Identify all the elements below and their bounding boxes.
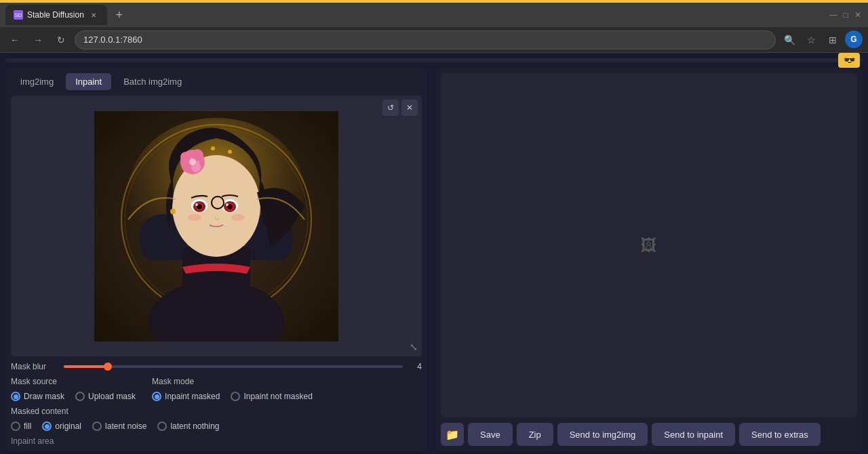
inpaint-not-masked-label: Inpaint not masked <box>243 392 312 401</box>
tab-inpaint[interactable]: Inpaint <box>66 73 111 90</box>
mask-mode-title: Mask mode <box>152 377 313 386</box>
minimize-btn[interactable]: — <box>829 10 838 20</box>
output-area: 🖼 <box>441 73 857 417</box>
draw-mask-radio-inner <box>14 394 18 399</box>
left-panel: img2img Inpaint Batch img2img <box>5 68 427 451</box>
upload-mask-radio[interactable] <box>75 392 85 401</box>
send-inpaint-btn[interactable]: Send to inpaint <box>652 423 735 446</box>
svg-point-28 <box>188 214 201 221</box>
right-panel: 🖼 📁 Save Zip Send to img2img Send to inp… <box>435 68 863 451</box>
svg-rect-5 <box>182 247 250 335</box>
window-controls: — □ ✕ <box>829 10 863 20</box>
original-option[interactable]: original <box>42 421 81 431</box>
svg-point-26 <box>226 203 229 206</box>
mask-blur-thumb[interactable] <box>104 363 112 371</box>
close-canvas-btn[interactable]: ✕ <box>401 100 418 116</box>
active-tab[interactable]: SD Stable Diffusion ✕ <box>5 5 107 25</box>
mask-blur-value: 4 <box>408 362 422 371</box>
mask-blur-label: Mask blur <box>11 362 58 371</box>
maximize-btn[interactable]: □ <box>841 10 850 20</box>
resize-handle[interactable]: ⤡ <box>410 342 418 352</box>
tab-batch[interactable]: Batch img2img <box>114 73 191 90</box>
inpaint-masked-option[interactable]: Inpaint masked <box>152 392 220 401</box>
mask-source-radios: Draw mask Upload mask <box>11 392 136 401</box>
mask-mode-section: Mask mode Inpaint masked Inpaint not mas <box>152 377 313 401</box>
browser-frame: SD Stable Diffusion ✕ + — □ ✕ ← → ↻ 127.… <box>0 0 868 53</box>
inpaint-masked-radio-inner <box>155 394 159 399</box>
folder-btn[interactable]: 📁 <box>441 423 464 446</box>
inpaint-area-label: Inpaint area <box>11 436 58 446</box>
draw-mask-radio[interactable] <box>11 392 20 401</box>
mask-source-mode-row: Mask source Draw mask Upload mask <box>11 377 422 401</box>
masked-content-title: Masked content <box>11 407 422 416</box>
mask-blur-track[interactable] <box>64 365 403 368</box>
controls-section: Mask blur 4 Mask source <box>11 362 422 446</box>
draw-mask-label: Draw mask <box>24 392 64 401</box>
mask-blur-row: Mask blur 4 <box>11 362 422 371</box>
latent-nothing-option[interactable]: latent nothing <box>157 421 219 431</box>
tab-favicon: SD <box>14 10 23 20</box>
search-icon[interactable]: 🔍 <box>780 30 799 49</box>
tab-img2img[interactable]: img2img <box>11 73 63 90</box>
tab-title: Stable Diffusion <box>27 10 84 20</box>
original-radio[interactable] <box>42 421 52 431</box>
zip-btn[interactable]: Zip <box>517 423 553 446</box>
mask-mode-radios: Inpaint masked Inpaint not masked <box>152 392 313 401</box>
mask-source-section: Mask source Draw mask Upload mask <box>11 377 136 401</box>
output-buttons: 📁 Save Zip Send to img2img Send to inpai… <box>441 423 857 446</box>
svg-point-21 <box>195 203 198 206</box>
extension-icon[interactable]: ⊞ <box>823 30 842 49</box>
close-btn[interactable]: ✕ <box>853 10 863 20</box>
fill-label: fill <box>24 421 31 431</box>
new-tab-btn[interactable]: + <box>110 5 129 24</box>
svg-point-15 <box>211 146 215 150</box>
inpaint-masked-label: Inpaint masked <box>165 392 220 401</box>
inpaint-not-masked-radio[interactable] <box>231 392 240 401</box>
fill-radio[interactable] <box>11 421 20 431</box>
emoji-avatar: 😎 <box>838 53 860 68</box>
mask-source-title: Mask source <box>11 377 136 386</box>
main-layout: img2img Inpaint Batch img2img <box>5 68 863 451</box>
inpaint-not-masked-option[interactable]: Inpaint not masked <box>231 392 312 401</box>
browser-titlebar: SD Stable Diffusion ✕ + — □ ✕ <box>0 3 868 27</box>
refresh-canvas-btn[interactable]: ↺ <box>382 100 399 116</box>
original-label: original <box>55 421 81 431</box>
anime-portrait-svg: Stable Diffusion <box>94 111 338 342</box>
send-extras-btn[interactable]: Send to extras <box>739 423 821 446</box>
mask-blur-fill <box>64 365 108 368</box>
draw-mask-option[interactable]: Draw mask <box>11 392 64 401</box>
latent-noise-option[interactable]: latent noise <box>92 421 146 431</box>
fill-option[interactable]: fill <box>11 421 31 431</box>
latent-nothing-radio[interactable] <box>157 421 167 431</box>
latent-noise-radio[interactable] <box>92 421 102 431</box>
tab-close-btn[interactable]: ✕ <box>88 9 99 20</box>
latent-noise-label: latent noise <box>105 421 146 431</box>
mask-blur-slider-container <box>64 365 403 368</box>
inpaint-masked-radio[interactable] <box>152 392 161 401</box>
latent-nothing-label: latent nothing <box>170 421 219 431</box>
reload-btn[interactable]: ↻ <box>52 30 71 49</box>
send-img2img-btn[interactable]: Send to img2img <box>557 423 648 446</box>
svg-text:Stable Diffusion: Stable Diffusion <box>199 224 242 231</box>
svg-point-27 <box>170 209 176 214</box>
profile-btn[interactable]: G <box>845 30 863 48</box>
tab-bar: SD Stable Diffusion ✕ + <box>5 5 129 25</box>
save-btn[interactable]: Save <box>468 423 513 446</box>
tabs-row: img2img Inpaint Batch img2img <box>11 73 422 90</box>
toolbar-icons: 🔍 ☆ ⊞ G <box>780 30 863 49</box>
upload-mask-label: Upload mask <box>88 392 136 401</box>
page-content: 😎 img2img Inpaint Batch img2img <box>0 53 868 454</box>
upload-mask-option[interactable]: Upload mask <box>75 392 136 401</box>
image-placeholder-icon: 🖼 <box>641 236 657 255</box>
forward-btn[interactable]: → <box>28 30 47 49</box>
canvas-area[interactable]: Stable Diffusion ↺ ✕ ⤡ <box>11 96 422 356</box>
svg-point-16 <box>228 150 232 154</box>
inpaint-area-row: Inpaint area <box>11 436 422 446</box>
address-bar[interactable]: 127.0.0.1:7860 <box>75 30 776 49</box>
top-bar-stub: 😎 <box>5 58 863 62</box>
svg-point-29 <box>231 214 245 221</box>
svg-point-14 <box>189 159 196 165</box>
browser-toolbar: ← → ↻ 127.0.0.1:7860 🔍 ☆ ⊞ G <box>0 27 868 53</box>
back-btn[interactable]: ← <box>5 30 24 49</box>
bookmark-icon[interactable]: ☆ <box>802 30 821 49</box>
